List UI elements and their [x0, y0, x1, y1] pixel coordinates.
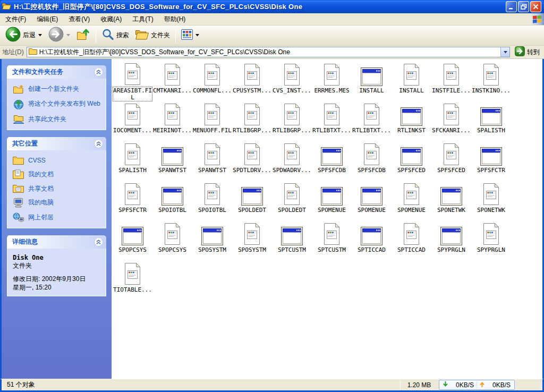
file-item[interactable]: SPOPCSYS: [113, 221, 152, 261]
file-item[interactable]: SPALISTH: [113, 141, 152, 181]
file-item[interactable]: SPOSYSTM: [192, 221, 232, 261]
restore-button[interactable]: [518, 1, 529, 12]
views-dropdown-icon[interactable]: [196, 34, 199, 37]
file-item[interactable]: SPFSFCDB: [352, 141, 392, 181]
file-item[interactable]: RTLINKST: [392, 101, 431, 141]
collapse-chevron-icon[interactable]: [94, 67, 103, 76]
file-item[interactable]: COMMONFL...: [192, 62, 232, 101]
windows-logo-icon: [530, 13, 544, 25]
folders-button[interactable]: 文件夹: [132, 27, 173, 44]
file-item[interactable]: SPOIOTBL: [192, 181, 232, 221]
file-item[interactable]: SPOMENUE: [352, 181, 392, 221]
file-item[interactable]: SPYPRGLN: [431, 221, 471, 261]
file-item[interactable]: SPOLDEDT: [232, 181, 272, 221]
file-item[interactable]: SPTCUSTM: [272, 221, 312, 261]
file-item[interactable]: MENUOFF.FIL: [192, 101, 232, 141]
file-item[interactable]: SPOIOTBL: [152, 181, 192, 221]
minimize-button[interactable]: [506, 1, 517, 12]
panel-file-tasks-header[interactable]: 文件和文件夹任务: [7, 65, 106, 79]
sidebar-link-label: 网上邻居: [28, 212, 54, 221]
document-file-icon: [123, 181, 142, 206]
file-item[interactable]: SPANWTST: [192, 141, 232, 181]
file-item[interactable]: SPDWADRV...: [272, 141, 312, 181]
close-button[interactable]: [530, 1, 541, 12]
file-item[interactable]: SPALISTH: [471, 101, 511, 141]
file-item[interactable]: RTLIBGRP...: [272, 101, 312, 141]
collapse-chevron-icon[interactable]: [94, 139, 103, 148]
file-item[interactable]: INSTKINO...: [471, 62, 511, 101]
document-file-icon: [163, 62, 182, 86]
document-file-icon: [163, 221, 182, 245]
file-item[interactable]: SPOPCSYS: [152, 221, 192, 261]
file-item[interactable]: RTLIBTXT...: [312, 101, 352, 141]
forward-dropdown-icon[interactable]: [66, 34, 70, 37]
sidebar-link[interactable]: 网上邻居: [13, 212, 103, 223]
search-button[interactable]: 搜索: [98, 27, 132, 45]
file-item[interactable]: SPYPRGLN: [471, 221, 511, 261]
file-item[interactable]: IOCOMENT...: [113, 101, 152, 141]
file-item[interactable]: INSTALL: [392, 62, 431, 101]
file-item[interactable]: ERRMES.MES: [312, 62, 352, 101]
sidebar-link[interactable]: 我的电脑: [13, 198, 103, 208]
menu-help[interactable]: 帮助(H): [159, 13, 191, 25]
go-label: 转到: [527, 48, 540, 57]
collapse-chevron-icon[interactable]: [94, 237, 103, 246]
file-item[interactable]: CVS_INST...: [272, 62, 312, 101]
go-button[interactable]: 转到: [513, 46, 542, 59]
file-item[interactable]: SPFSFCED: [431, 141, 471, 181]
file-item[interactable]: TIOTABLE...: [113, 261, 152, 301]
file-item[interactable]: SPFSFCDB: [312, 141, 352, 181]
file-item[interactable]: SPONETWK: [431, 181, 471, 221]
file-item[interactable]: SPDTLDRV...: [232, 141, 272, 181]
file-item[interactable]: SPOMENUE: [312, 181, 352, 221]
sidebar-link[interactable]: 共享此文件夹: [13, 114, 103, 124]
file-item[interactable]: SPFSFCED: [392, 141, 431, 181]
back-dropdown-icon[interactable]: [38, 34, 42, 37]
application-window-icon: [361, 62, 382, 86]
file-item[interactable]: SPOMENUE: [392, 181, 431, 221]
file-item[interactable]: SPONETWK: [471, 181, 511, 221]
file-item[interactable]: INSTFILE...: [431, 62, 471, 101]
file-item[interactable]: SPOLDEDT: [272, 181, 312, 221]
file-item[interactable]: SPOSYSTM: [232, 221, 272, 261]
file-item[interactable]: SPFSFCTR: [113, 181, 152, 221]
file-item[interactable]: SPTICCAD: [392, 221, 431, 261]
menu-tools[interactable]: 工具(T): [127, 13, 158, 25]
document-file-icon: [243, 101, 261, 126]
menu-edit[interactable]: 编辑(E): [31, 13, 63, 25]
address-dropdown-icon[interactable]: [500, 47, 509, 57]
toolbar: 后退 搜索 文件夹: [0, 25, 544, 46]
address-input[interactable]: H:\工控机软件_旧型停产\[80]CVSS_DOS_Software_for_…: [27, 47, 510, 57]
file-item[interactable]: SFCKANRI...: [431, 101, 471, 141]
file-item[interactable]: MEIRINOT...: [152, 101, 192, 141]
sidebar-link[interactable]: 将这个文件夹发布到 Web: [13, 99, 103, 109]
sidebar-link[interactable]: CVSS: [13, 156, 103, 165]
menu-file[interactable]: 文件(F): [0, 13, 31, 25]
file-item[interactable]: SPANWTST: [152, 141, 192, 181]
back-button[interactable]: 后退: [2, 25, 45, 46]
sidebar-link[interactable]: 共享文档: [13, 184, 103, 193]
sidebar-link[interactable]: 创建一个新文件夹: [13, 84, 103, 94]
file-item[interactable]: RTLIBTXT...: [352, 101, 392, 141]
file-item[interactable]: SPTICCAD: [352, 221, 392, 261]
menu-view[interactable]: 查看(V): [63, 13, 95, 25]
forward-button[interactable]: [45, 25, 73, 46]
file-item[interactable]: SPTCUSTM: [312, 221, 352, 261]
file-item[interactable]: CPUSYSTM...: [232, 62, 272, 101]
panel-details-header[interactable]: 详细信息: [7, 235, 106, 249]
up-button[interactable]: [73, 26, 94, 45]
sidebar-link-label: 我的电脑: [28, 198, 54, 206]
file-item[interactable]: RTLIBGRP...: [232, 101, 272, 141]
menu-favorites[interactable]: 收藏(A): [95, 13, 127, 25]
panel-file-tasks: 文件和文件夹任务 创建一个新文件夹将这个文件夹发布到 Web共享此文件夹: [7, 65, 106, 130]
file-name: RTLIBTXT...: [312, 127, 351, 134]
sidebar-link[interactable]: 我的文档: [13, 169, 103, 179]
views-button[interactable]: [178, 28, 202, 44]
file-item[interactable]: SPFSFCTR: [471, 141, 511, 181]
title-bar[interactable]: H:\工控机软件_旧型停产\[80]CVSS_DOS_Software_for_…: [0, 0, 544, 13]
panel-other-places-header[interactable]: 其它位置: [7, 137, 106, 150]
file-item[interactable]: CMTKANRI...: [152, 62, 192, 101]
document-file-icon: [123, 101, 142, 126]
file-item[interactable]: INSTALL: [352, 62, 392, 101]
file-item[interactable]: AREASIBT.FIL: [113, 62, 152, 101]
